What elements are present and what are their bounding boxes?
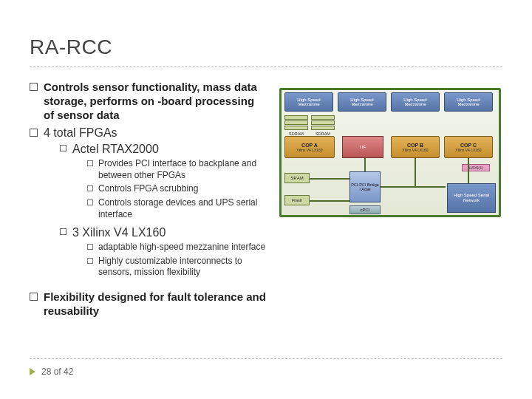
bullet-text: 3 Xilinx V4 LX160: [72, 226, 166, 239]
checkbox-icon: [30, 293, 38, 301]
bullet-item: Controls storage devices and UPS serial …: [87, 197, 266, 220]
bullet-item: Controls sensor functionality, mass data…: [30, 81, 266, 122]
bullet-item: Flexibility designed for fault tolerance…: [30, 290, 266, 318]
bullet-item: Provides PCI interface to backplane and …: [87, 158, 266, 181]
bullet-text: Provides PCI interface to backplane and …: [98, 158, 266, 181]
cpci-block: cPCI: [349, 205, 381, 214]
triangle-icon: [30, 368, 35, 375]
cop-c-block: COP CXilinx V4 LX160: [444, 136, 493, 158]
footer-divider: [30, 358, 502, 359]
bullet-text: Flexibility designed for fault tolerance…: [44, 290, 266, 318]
slide-title: RA-RCC: [30, 35, 502, 59]
bullet-item: Highly customizable interconnects to sen…: [87, 256, 266, 279]
bullet-text: Controls FPGA scrubbing: [98, 183, 198, 195]
bullet-text: adaptable high-speed mezzanine interface: [98, 242, 265, 253]
bullet-item: 3 Xilinx V4 LX160 adaptable high-speed m…: [60, 226, 266, 282]
page-number: 28 of 42: [30, 366, 502, 377]
bullet-text: Actel RTAX2000: [72, 143, 159, 155]
bullet-text: Controls storage devices and UPS serial …: [98, 197, 266, 220]
level3-list: adaptable high-speed mezzanine interface…: [87, 242, 266, 279]
checkbox-icon: [87, 185, 93, 191]
cop-b-block: COP BXilinx V4 LX160: [391, 136, 440, 158]
lvds-block: LVDS(4): [462, 164, 490, 171]
checkbox-icon: [87, 258, 93, 264]
checkbox-icon: [30, 129, 38, 137]
connector-line: [468, 158, 469, 183]
title-divider: [30, 66, 502, 67]
hs-mezzanine-block: High SpeedMezzanine: [391, 92, 440, 112]
level3-list: Provides PCI interface to backplane and …: [87, 158, 266, 220]
checkbox-icon: [87, 160, 93, 166]
bullet-text: Controls sensor functionality, mass data…: [44, 81, 266, 122]
flash-block: Flash: [284, 195, 310, 205]
level1-list: Controls sensor functionality, mass data…: [30, 81, 266, 318]
bullet-column: Controls sensor functionality, mass data…: [30, 81, 266, 323]
bullet-item: 4 total FPGAs Actel RTAX2000 Provides PC…: [30, 126, 266, 286]
sdram-stack: SDRAM: [311, 115, 335, 136]
checkbox-icon: [60, 228, 66, 235]
hs-mezzanine-block: High SpeedMezzanine: [284, 92, 333, 112]
page-number-text: 28 of 42: [41, 366, 73, 377]
cop-a-block: COP AXilinx V4 LX160: [284, 136, 335, 158]
connector-line: [381, 186, 446, 188]
bullet-item: Controls FPGA scrubbing: [87, 183, 266, 195]
iif-block: I IF: [342, 136, 383, 158]
connector-line: [415, 158, 416, 188]
block-diagram: High SpeedMezzanine High SpeedMezzanine …: [279, 88, 501, 217]
connector-line: [310, 200, 349, 202]
pci-bridge-block: PCI-PCI Bridge / Actel: [349, 171, 381, 202]
checkbox-icon: [87, 200, 93, 205]
checkbox-icon: [87, 244, 93, 250]
sram-block: SRAM: [284, 173, 310, 183]
bullet-item: Actel RTAX2000 Provides PCI interface to…: [60, 143, 266, 223]
content-row: Controls sensor functionality, mass data…: [30, 81, 502, 323]
bullet-text: 4 total FPGAs: [44, 126, 117, 139]
bullet-text: Highly customizable interconnects to sen…: [98, 256, 266, 279]
slide: RA-RCC Controls sensor functionality, ma…: [0, 0, 532, 399]
checkbox-icon: [60, 145, 66, 151]
level2-list: Actel RTAX2000 Provides PCI interface to…: [60, 143, 266, 282]
checkbox-icon: [30, 83, 38, 91]
sdram-stack: SDRAM: [284, 115, 308, 136]
connector-line: [310, 178, 349, 180]
hs-mezzanine-block: High SpeedMezzanine: [444, 92, 493, 112]
hs-mezzanine-block: High SpeedMezzanine: [338, 92, 386, 112]
connector-line: [364, 158, 366, 171]
bullet-item: adaptable high-speed mezzanine interface: [87, 242, 266, 253]
slide-footer: 28 of 42: [30, 358, 502, 377]
hs-serial-network-block: High Speed Serial Network: [447, 183, 496, 213]
diagram-column: High SpeedMezzanine High SpeedMezzanine …: [279, 81, 502, 323]
